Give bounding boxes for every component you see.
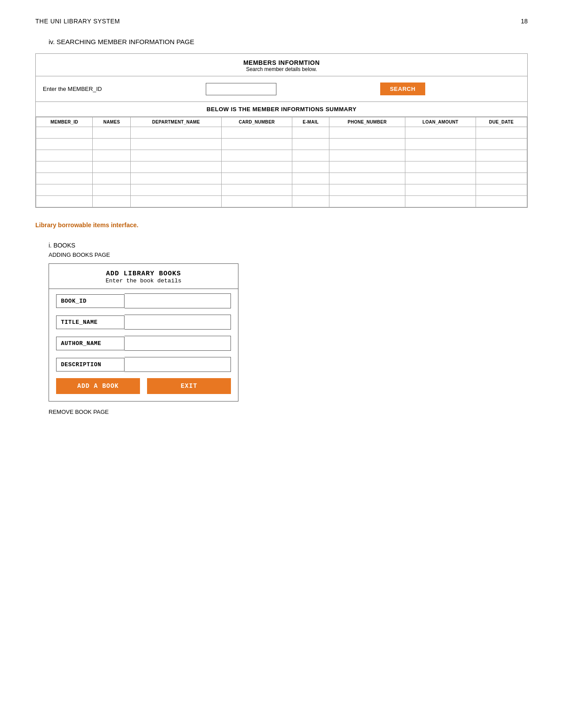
exit-button[interactable]: EXIT [147, 378, 231, 394]
book-id-row: BOOK_ID [56, 293, 231, 308]
panel-subtitle: Search member details below. [40, 66, 523, 72]
library-section-link[interactable]: Library borrowable items interface. [35, 221, 138, 229]
remove-book-label: REMOVE BOOK PAGE [49, 409, 528, 415]
col-phone: PHONE_NUMBER [329, 117, 405, 127]
panel-header: MEMBERS INFORMTION Search member details… [36, 54, 527, 76]
adding-books-label: ADDING BOOKS PAGE [49, 251, 528, 258]
table-row [36, 127, 527, 139]
table-header-row: MEMBER_ID NAMES DEPARTMENT_NAME CARD_NUM… [36, 117, 527, 127]
col-names: NAMES [93, 117, 131, 127]
panel-title: MEMBERS INFORMTION [40, 59, 523, 66]
col-card: CARD_NUMBER [221, 117, 292, 127]
author-name-row: AUTHOR_NAME [56, 336, 231, 351]
search-button[interactable]: SEARCH [380, 83, 425, 95]
members-panel: MEMBERS INFORMTION Search member details… [35, 53, 528, 208]
books-form: BOOK_ID TITLE_NAME AUTHOR_NAME DESCRIPTI… [49, 289, 238, 401]
books-panel: ADD LIBRARY BOOKS Enter the book details… [49, 263, 238, 402]
search-row: Enter the MEMBER_ID SEARCH [36, 76, 527, 102]
summary-banner: BELOW IS THE MEMBER INFORMTIONS SUMMARY [36, 102, 527, 117]
members-table: MEMBER_ID NAMES DEPARTMENT_NAME CARD_NUM… [36, 117, 527, 207]
form-buttons: ADD A BOOK EXIT [56, 378, 231, 394]
table-row [36, 161, 527, 173]
col-dept: DEPARTMENT_NAME [131, 117, 222, 127]
table-row [36, 150, 527, 161]
search-label: Enter the MEMBER_ID [43, 86, 102, 92]
section-iv-heading: iv. SEARCHING MEMBER INFORMATION PAGE [49, 38, 528, 45]
description-label: DESCRIPTION [56, 358, 125, 372]
table-row [36, 196, 527, 207]
table-row [36, 139, 527, 150]
books-sub-heading: i. BOOKS [49, 242, 528, 249]
books-panel-title: ADD LIBRARY BOOKS [53, 270, 234, 278]
table-row [36, 173, 527, 184]
book-id-label: BOOK_ID [56, 294, 125, 308]
library-section: Library borrowable items interface. [35, 221, 528, 236]
books-panel-header: ADD LIBRARY BOOKS Enter the book details [49, 264, 238, 289]
title-name-input[interactable] [125, 315, 231, 330]
description-input[interactable] [125, 357, 231, 372]
member-id-input[interactable] [206, 83, 276, 95]
title-name-row: TITLE_NAME [56, 315, 231, 330]
books-panel-subtitle: Enter the book details [53, 278, 234, 284]
author-name-label: AUTHOR_NAME [56, 337, 125, 350]
book-id-input[interactable] [125, 293, 231, 308]
table-row [36, 184, 527, 196]
col-email: E-MAIL [292, 117, 329, 127]
col-due: DUE_DATE [476, 117, 527, 127]
description-row: DESCRIPTION [56, 357, 231, 372]
page-title: THE UNI LIBRARY SYSTEM [35, 18, 120, 25]
page-header: THE UNI LIBRARY SYSTEM 18 [35, 18, 528, 25]
col-member-id: MEMBER_ID [36, 117, 93, 127]
add-book-button[interactable]: ADD A BOOK [56, 378, 140, 394]
col-loan: LOAN_AMOUNT [405, 117, 476, 127]
author-name-input[interactable] [125, 336, 231, 351]
books-sub-section: i. BOOKS ADDING BOOKS PAGE ADD LIBRARY B… [49, 242, 528, 415]
title-name-label: TITLE_NAME [56, 315, 125, 329]
page-number: 18 [521, 18, 528, 25]
